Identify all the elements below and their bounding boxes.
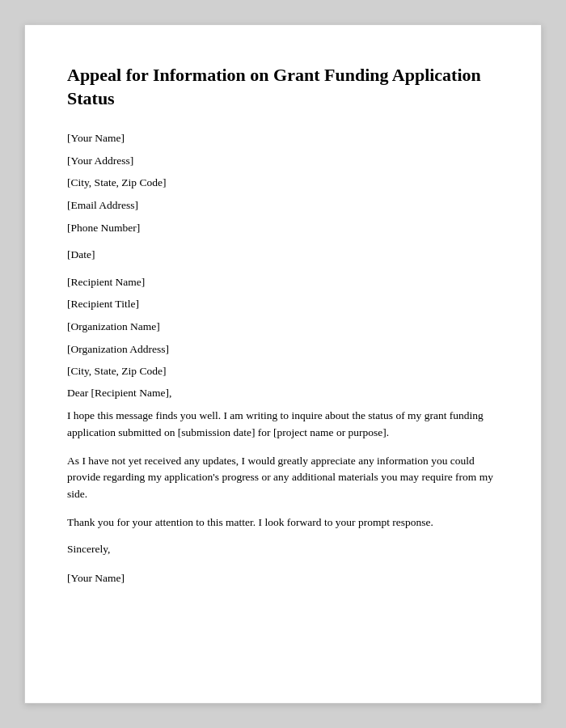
sender-phone: [Phone Number]: [67, 219, 499, 237]
sender-email: [Email Address]: [67, 197, 499, 214]
sender-name: [Your Name]: [67, 129, 499, 147]
closing: Sincerely,: [67, 543, 499, 556]
salutation: Dear [Recipient Name],: [67, 387, 499, 400]
recipient-org-address: [Organization Address]: [67, 341, 499, 358]
recipient-name: [Recipient Name]: [67, 273, 499, 291]
recipient-title: [Recipient Title]: [67, 295, 499, 313]
signature: [Your Name]: [67, 572, 499, 585]
date-field: [Date]: [67, 246, 499, 264]
body-paragraph-3: Thank you for your attention to this mat…: [67, 514, 499, 531]
sender-address-block: [Your Name] [Your Address] [City, State,…: [67, 129, 499, 236]
document-container: Appeal for Information on Grant Funding …: [24, 24, 542, 704]
recipient-address-block: [Recipient Name] [Recipient Title] [Orga…: [67, 273, 499, 380]
body-paragraph-1: I hope this message finds you well. I am…: [67, 408, 499, 442]
recipient-organization: [Organization Name]: [67, 318, 499, 336]
document-title: Appeal for Information on Grant Funding …: [67, 64, 499, 110]
recipient-city-state-zip: [City, State, Zip Code]: [67, 362, 499, 380]
body-paragraph-2: As I have not yet received any updates, …: [67, 453, 499, 504]
sender-city-state-zip: [City, State, Zip Code]: [67, 174, 499, 192]
sender-address: [Your Address]: [67, 152, 499, 170]
